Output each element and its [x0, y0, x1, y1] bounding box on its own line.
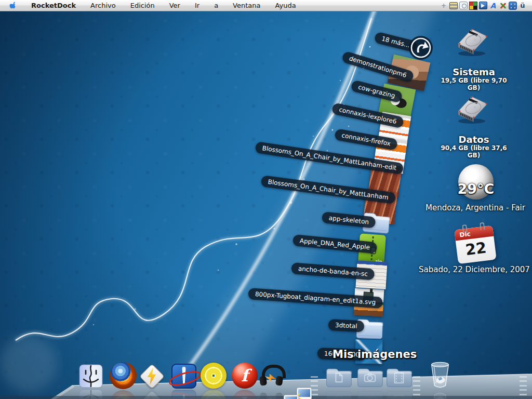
finder-icon [79, 364, 103, 388]
data-disk-capacity: 90,4 GB (libre 37,6 GB) [434, 144, 513, 159]
cd-disc-shape [201, 363, 227, 389]
documents-folder-icon [324, 365, 353, 389]
lighthouse-lamp-shape [182, 367, 185, 369]
calendar-widget: Dic 22 [454, 225, 496, 264]
firefox-icon [110, 362, 137, 389]
letter-a-icon[interactable]: A [489, 2, 497, 10]
trash-icon [428, 360, 452, 390]
flash-sphere-shape: f [232, 363, 258, 389]
blue-grid-icon-glyph [509, 2, 517, 10]
system-disk-name: Sistema [440, 66, 508, 77]
weather-location: Mendoza, Argentina - Fair [416, 203, 532, 212]
menu-item-ventana[interactable]: Ventana [225, 0, 268, 11]
pictures-folder-icon [355, 365, 384, 389]
window-arrow-icon-glyph [479, 2, 487, 9]
dock-divider-dashes [520, 376, 527, 397]
color-quadrant-icon-glyph [469, 2, 477, 10]
dock-icon-finder[interactable] [79, 364, 103, 388]
open-stack-arrow-button[interactable] [408, 35, 433, 60]
menu-item-ayuda[interactable]: Ayuda [268, 0, 303, 11]
menu-item-rocketdock[interactable]: RocketDock [24, 0, 83, 11]
stack-title: Mis imágenes [332, 348, 417, 361]
keyboard-icon[interactable] [449, 2, 458, 10]
dock-icon-firefox[interactable] [110, 362, 137, 389]
network-computers-icon [283, 387, 312, 399]
chat-clock-icon-glyph [459, 2, 468, 9]
data-disk-name: Datos [440, 134, 508, 145]
menu-item-a[interactable]: a [207, 0, 225, 11]
dock-icon-network-computers[interactable] [283, 387, 312, 399]
headphones-cup-shape [259, 376, 267, 386]
flash-letter: f [241, 364, 248, 388]
cd-icon [201, 363, 227, 389]
stack-item-label[interactable]: 3dtotal [328, 319, 364, 332]
imac-screen-shape [285, 396, 297, 399]
dock-icon-documents-folder[interactable] [324, 365, 353, 389]
blue-grid-icon[interactable] [509, 2, 517, 10]
red-cross-icon-glyph [499, 2, 507, 9]
dock-icon-cd-burner[interactable] [201, 363, 227, 389]
winamp-icon [139, 363, 165, 389]
system-disk-capacity: 19,5 GB (libre 9,70 GB) [434, 77, 513, 91]
menu-item-ir[interactable]: Ir [188, 0, 207, 11]
system-disk-icon[interactable] [454, 25, 491, 57]
imac-shape [297, 388, 312, 399]
menu-item-edicion[interactable]: Edición [123, 0, 162, 11]
weather-temperature: 29°C [450, 181, 502, 197]
headphones-icon [258, 363, 285, 389]
window-arrow-icon[interactable] [479, 2, 487, 10]
lighthouse-icon [171, 364, 196, 389]
calendar-ring-icon [480, 222, 485, 231]
dock-icon-trash[interactable] [428, 360, 452, 390]
chat-clock-icon[interactable] [459, 2, 468, 10]
apple-logo-icon [9, 1, 17, 10]
calendar-date-line: Sabado, 22 Diciembre, 2007 [413, 265, 532, 274]
dock-icon-winamp[interactable] [139, 363, 165, 389]
dock-shelf [0, 0, 532, 399]
lighthouse-tile-shape [171, 364, 196, 389]
flash-icon: f [232, 363, 258, 389]
menu-item-ver[interactable]: Ver [162, 0, 188, 11]
data-disk-icon[interactable] [454, 92, 491, 125]
tugboat-funnel-shape [370, 289, 373, 294]
imac-shape [284, 395, 299, 399]
calendar-day: 22 [456, 236, 496, 262]
dock-icon-flash-player[interactable]: f [232, 363, 258, 389]
dock-divider-dashes [413, 376, 420, 397]
menu-item-archivo[interactable]: Archivo [83, 0, 123, 11]
wallpaper-light-swoosh [0, 0, 532, 399]
movies-folder-icon [384, 365, 414, 389]
menu-bar: RocketDock Archivo Edición Ver Ir a Vent… [0, 0, 532, 11]
keyboard-icon-glyph [449, 2, 458, 9]
plus-icon[interactable]: + [440, 2, 448, 10]
dock-icon-movies-folder[interactable] [384, 365, 414, 389]
dock-icon-audio-headphones[interactable] [258, 363, 285, 389]
apple-menu[interactable] [7, 1, 19, 10]
system-tray: + A ü [440, 2, 529, 10]
red-cross-icon[interactable] [499, 2, 507, 10]
desktop: RocketDock Archivo Edición Ver Ir a Vent… [0, 0, 532, 399]
firefox-globe-shape [110, 362, 137, 389]
calendar-ring-icon [462, 224, 468, 233]
color-quadrant-icon[interactable] [469, 2, 477, 10]
headphones-cup-shape [275, 376, 283, 386]
umlaut-icon[interactable]: ü [518, 2, 527, 10]
dock-divider-dashes [311, 376, 318, 397]
dock-icon-pictures-folder[interactable] [355, 365, 384, 389]
dock-icon-lighthouse-app[interactable] [171, 364, 196, 389]
